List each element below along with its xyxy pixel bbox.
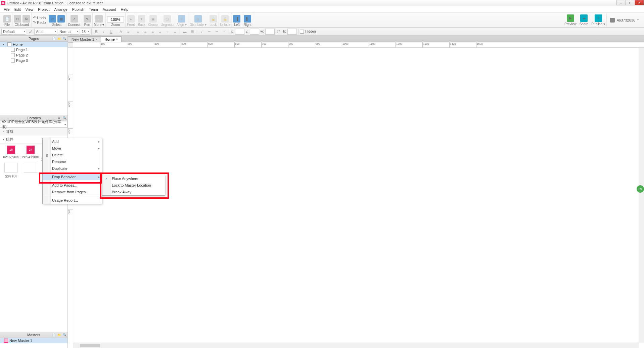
copy-icon: ⧉ <box>22 15 30 23</box>
connect-icon: ↗ <box>71 15 78 23</box>
line-style-button[interactable]: ┅ <box>213 28 220 35</box>
user-dropdown-icon: ▾ <box>637 18 639 22</box>
menu-help[interactable]: Help <box>118 7 131 12</box>
align-top-button[interactable]: ⫠ <box>157 28 164 35</box>
redo-button[interactable]: ↷Redo <box>33 20 46 25</box>
select-icon: ▭ <box>49 15 56 23</box>
menu-arrange[interactable]: Arrange <box>52 7 70 12</box>
menu-team[interactable]: Team <box>87 7 100 12</box>
underline-button[interactable]: U <box>108 28 114 35</box>
w-input[interactable] <box>265 29 275 35</box>
align-icon: ≡ <box>178 15 185 23</box>
align-center-button[interactable]: ≡ <box>142 28 149 35</box>
menu-file[interactable]: File <box>1 7 12 12</box>
bullet-button[interactable]: ≡ <box>125 28 132 35</box>
ribbon-right[interactable]: ▌ Right <box>242 13 253 27</box>
redo-icon: ↷ <box>33 20 36 25</box>
back-icon: ▼ <box>138 15 145 23</box>
share-icon: ☁ <box>580 14 588 22</box>
ribbon-front[interactable]: ▲ Front <box>126 13 136 27</box>
ribbon-undo-redo: ↶Undo ↷Redo <box>32 13 47 27</box>
app-icon: rp <box>1 1 5 5</box>
ungroup-icon: ▢ <box>164 15 171 23</box>
title-bar: rp Untitled - Axure RP 8 Team Edition : … <box>0 0 644 6</box>
ribbon-publish[interactable]: ⇪ Publish ▾ <box>590 14 607 27</box>
unlock-icon: 🔓 <box>221 15 229 23</box>
italic-button[interactable]: I <box>100 28 107 35</box>
menu-edit[interactable]: Edit <box>12 7 23 12</box>
x-input[interactable] <box>235 29 244 35</box>
ribbon-ungroup[interactable]: ▢ Ungroup <box>159 13 175 27</box>
ribbon-back[interactable]: ▼ Back <box>136 13 147 27</box>
window-controls: – □ × <box>617 0 644 5</box>
publish-icon: ⇪ <box>595 14 602 22</box>
user-account[interactable]: 463732836 ▾ <box>607 18 642 23</box>
ribbon-group[interactable]: ▣ Group <box>147 13 159 27</box>
h-input[interactable] <box>287 29 297 35</box>
line-button[interactable]: / <box>198 28 205 35</box>
select-icon-2: ▦ <box>57 15 65 23</box>
align-right-button[interactable]: ≡ <box>149 28 156 35</box>
y-input[interactable] <box>250 29 259 35</box>
format-bar: Default 🖌 Arial Normal 13 B I U A ≡ ≡ ≡ … <box>0 28 644 36</box>
h-label: h: <box>283 30 286 33</box>
ribbon-lock[interactable]: 🔒 Lock <box>208 13 219 27</box>
pen-icon: ✎ <box>84 15 91 23</box>
style-painter-icon[interactable]: 🖌 <box>27 28 34 35</box>
align-middle-button[interactable]: ⫟ <box>164 28 171 35</box>
preview-icon: ▶ <box>567 14 574 22</box>
menu-publish[interactable]: Publish <box>70 7 87 12</box>
user-avatar-icon <box>610 18 615 23</box>
line-width-button[interactable]: ═ <box>206 28 213 35</box>
close-button[interactable]: × <box>635 0 644 5</box>
menu-account[interactable]: Account <box>100 7 119 12</box>
font-combo[interactable]: Arial <box>34 29 57 35</box>
ribbon-left[interactable]: ▐ Left <box>232 13 242 27</box>
hidden-checkbox[interactable] <box>300 30 304 34</box>
window-title: Untitled - Axure RP 8 Team Edition : Lic… <box>7 1 103 5</box>
undo-button[interactable]: ↶Undo <box>33 15 46 20</box>
ribbon-more[interactable]: ⋯ More ▾ <box>93 13 106 27</box>
ribbon-file[interactable]: 📄 File <box>2 13 12 27</box>
ribbon-pen[interactable]: ✎ Pen <box>82 13 93 27</box>
style-combo[interactable]: Default <box>1 29 26 35</box>
left-panel-icon: ▐ <box>233 15 240 23</box>
distribute-icon: ⫼ <box>194 15 202 23</box>
ribbon-clipboard[interactable]: ✂⧉ Clipboard <box>12 13 32 27</box>
text-color-button[interactable]: A <box>118 28 124 35</box>
ribbon-share[interactable]: ☁ Share <box>578 14 590 27</box>
menu-view[interactable]: View <box>23 7 36 12</box>
file-icon: 📄 <box>3 15 11 23</box>
menu-project[interactable]: Project <box>36 7 52 12</box>
y-label: y: <box>246 30 248 33</box>
more-icon: ⋯ <box>95 15 103 23</box>
zoom-input[interactable]: 100% <box>107 16 124 23</box>
weight-combo[interactable]: Normal <box>58 29 79 35</box>
undo-icon: ↶ <box>33 15 36 20</box>
lock-aspect-icon[interactable]: ⇄ <box>275 28 282 35</box>
minimize-button[interactable]: – <box>616 0 626 5</box>
ribbon-select[interactable]: ▭▦ Select <box>47 13 66 27</box>
lock-icon: 🔒 <box>210 15 217 23</box>
ribbon-connect[interactable]: ↗ Connect <box>66 13 82 27</box>
maximize-button[interactable]: □ <box>626 0 635 5</box>
ribbon-distribute[interactable]: ⫼ Distribute ▾ <box>188 13 208 27</box>
hidden-label: Hidden <box>305 30 316 33</box>
ribbon-align[interactable]: ≡ Align ▾ <box>175 13 188 27</box>
gradient-button[interactable]: ▤ <box>189 28 195 35</box>
cut-icon: ✂ <box>14 15 21 23</box>
front-icon: ▲ <box>127 15 135 23</box>
group-icon: ▣ <box>149 15 157 23</box>
right-panel-icon: ▌ <box>244 15 251 23</box>
size-combo[interactable]: 13 <box>80 29 90 35</box>
ribbon-right-section: ▶ Preview ☁ Share ⇪ Publish ▾ 463732836 … <box>563 13 642 27</box>
bold-button[interactable]: B <box>93 28 100 35</box>
ribbon-preview[interactable]: ▶ Preview <box>563 14 578 27</box>
ribbon-zoom[interactable]: 100% Zoom <box>106 13 126 27</box>
align-bottom-button[interactable]: ⫠ <box>172 28 178 35</box>
ribbon-unlock[interactable]: 🔓 Unlock <box>219 13 232 27</box>
x-label: x: <box>231 30 234 33</box>
align-left-button[interactable]: ≡ <box>135 28 141 35</box>
arrow-button[interactable]: → <box>221 28 227 35</box>
fill-color-button[interactable]: ▬ <box>181 28 188 35</box>
